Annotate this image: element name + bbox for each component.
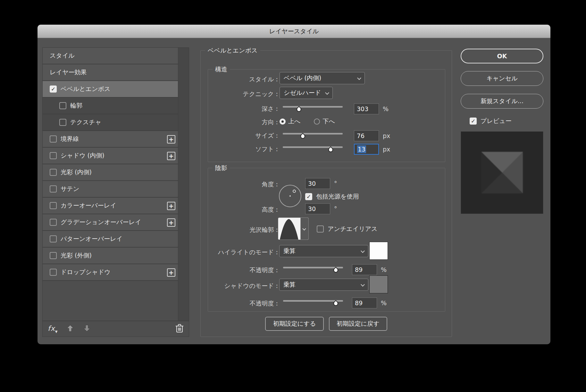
- move-effect-down-button[interactable]: [83, 324, 91, 334]
- add-color-overlay-instance-button[interactable]: +: [167, 202, 175, 210]
- add-stroke-instance-button[interactable]: +: [167, 135, 175, 143]
- panel-legend: ベベルとエンボス: [205, 46, 260, 55]
- sidebar-item-contour[interactable]: 輪郭: [43, 98, 178, 114]
- soften-unit: px: [383, 146, 390, 153]
- size-slider[interactable]: [283, 132, 343, 140]
- soften-input[interactable]: 13: [354, 144, 379, 155]
- sidebar-item-texture[interactable]: テクスチャ: [43, 114, 178, 131]
- make-default-button[interactable]: 初期設定にする: [265, 317, 323, 331]
- chevron-down-icon: [361, 249, 365, 253]
- sidebar-item-gradient-overlay[interactable]: グラデーションオーバーレイ+: [43, 214, 178, 231]
- size-unit: px: [383, 132, 390, 139]
- highlight-mode-value: 乗算: [283, 247, 296, 255]
- sidebar-item-pattern-overlay[interactable]: パターンオーバーレイ: [43, 231, 178, 248]
- sidebar-item-drop-shadow[interactable]: ドロップシャドウ+: [43, 264, 178, 281]
- direction-up-radio[interactable]: [280, 118, 286, 125]
- shading-group: 陰影 角度 : 30 ° ✓ 包括光源を使用 高度 :: [208, 168, 445, 312]
- chevron-down-icon: [325, 91, 329, 95]
- antialias-checkbox[interactable]: [317, 225, 324, 233]
- angle-input[interactable]: 30: [305, 178, 330, 189]
- add-inner-shadow-instance-button[interactable]: +: [167, 152, 175, 160]
- texture-checkbox[interactable]: [59, 119, 66, 126]
- soften-value: 13: [357, 145, 366, 153]
- preview-label: プレビュー: [481, 117, 512, 125]
- cancel-label: キャンセル: [486, 74, 517, 83]
- sidebar-item-satin[interactable]: サテン: [43, 181, 178, 198]
- ok-label: OK: [497, 53, 507, 60]
- size-input[interactable]: 76: [354, 130, 379, 141]
- outer-glow-checkbox[interactable]: [50, 252, 57, 259]
- soften-slider[interactable]: [283, 145, 343, 153]
- direction-down-radio[interactable]: [314, 118, 320, 125]
- color-overlay-checkbox[interactable]: [50, 202, 57, 209]
- highlight-opacity-input[interactable]: 89: [352, 264, 377, 275]
- preview-checkbox[interactable]: ✓: [470, 118, 477, 125]
- shadow-opacity-value: 89: [355, 299, 363, 306]
- sidebar-item-label: レイヤー効果: [50, 68, 87, 77]
- shadow-mode-value: 乗算: [283, 281, 296, 289]
- sidebar-item-styles[interactable]: スタイル: [43, 48, 178, 64]
- sidebar-item-outer-glow[interactable]: 光彩 (外側): [43, 248, 178, 264]
- dialog-title: レイヤースタイル: [269, 27, 319, 36]
- depth-unit: %: [383, 105, 389, 112]
- satin-checkbox[interactable]: [50, 185, 57, 192]
- gloss-contour-label: 光沢輪郭 :: [211, 226, 278, 234]
- add-gradient-overlay-instance-button[interactable]: +: [167, 218, 175, 227]
- contour-checkbox[interactable]: [59, 102, 66, 109]
- dialog-titlebar[interactable]: レイヤースタイル: [38, 25, 550, 38]
- sidebar-item-layer-effects[interactable]: レイヤー効果: [43, 64, 178, 81]
- style-select[interactable]: ベベル (内側): [280, 72, 365, 84]
- new-style-button[interactable]: 新規スタイル...: [461, 94, 543, 109]
- use-global-light-checkbox[interactable]: ✓: [305, 193, 312, 200]
- effects-list-scrollbar[interactable]: [178, 48, 189, 321]
- sidebar-item-inner-shadow[interactable]: シャドウ (内側)+: [43, 148, 178, 164]
- gradient-overlay-checkbox[interactable]: [50, 219, 57, 226]
- add-drop-shadow-instance-button[interactable]: +: [167, 268, 175, 277]
- shadow-mode-select[interactable]: 乗算: [279, 279, 368, 291]
- new-style-label: 新規スタイル...: [481, 97, 523, 105]
- depth-slider[interactable]: [283, 105, 343, 113]
- gloss-contour-picker[interactable]: [278, 217, 309, 240]
- sidebar-item-stroke[interactable]: 境界線+: [43, 131, 178, 148]
- style-select-value: ベベル (内側): [284, 74, 321, 82]
- sidebar-item-color-overlay[interactable]: カラーオーバーレイ+: [43, 198, 178, 214]
- sidebar-item-label: グラデーションオーバーレイ: [61, 218, 141, 226]
- bevel-preview-shape: [481, 152, 523, 193]
- opacity-shadow-label: 不透明度 :: [211, 299, 278, 308]
- shadow-color-swatch[interactable]: [369, 275, 388, 293]
- technique-select[interactable]: シゼルハード: [280, 87, 333, 99]
- stroke-checkbox[interactable]: [50, 135, 57, 143]
- depth-input[interactable]: 303: [354, 103, 379, 114]
- highlight-mode-select[interactable]: 乗算: [279, 245, 368, 257]
- contour-dropdown-strip[interactable]: [300, 218, 308, 240]
- reset-default-button[interactable]: 初期設定に戻す: [329, 317, 387, 331]
- style-label: スタイル :: [211, 75, 278, 84]
- angle-dial[interactable]: [279, 185, 301, 207]
- delete-effect-button[interactable]: [175, 324, 184, 334]
- shading-legend: 陰影: [213, 164, 230, 172]
- chevron-down-icon: [302, 227, 306, 230]
- fx-menu-button[interactable]: fx▼: [48, 324, 58, 333]
- move-effect-up-button[interactable]: [66, 324, 74, 334]
- highlight-opacity-slider[interactable]: [283, 265, 343, 274]
- drop-shadow-checkbox[interactable]: [50, 269, 57, 276]
- effects-list-toolbar: fx▼: [43, 321, 189, 337]
- highlight-color-swatch[interactable]: [369, 242, 388, 260]
- dial-center-dot: [289, 195, 291, 197]
- reset-default-label: 初期設定に戻す: [337, 320, 380, 328]
- shadow-opacity-slider[interactable]: [283, 299, 343, 307]
- sidebar-item-bevel-emboss[interactable]: ✓ベベルとエンボス: [43, 81, 178, 98]
- sidebar-item-label: 光彩 (内側): [61, 168, 92, 176]
- angle-value: 30: [308, 180, 316, 187]
- bevel-emboss-checkbox[interactable]: ✓: [50, 86, 57, 93]
- sidebar-item-inner-glow[interactable]: 光彩 (内側): [43, 164, 178, 181]
- chevron-down-icon: [361, 282, 365, 287]
- pattern-overlay-checkbox[interactable]: [50, 235, 57, 242]
- altitude-input[interactable]: 30: [305, 203, 330, 214]
- inner-shadow-checkbox[interactable]: [50, 152, 57, 159]
- direction-down-label: 下へ: [322, 117, 335, 126]
- cancel-button[interactable]: キャンセル: [461, 71, 543, 86]
- ok-button[interactable]: OK: [461, 49, 543, 63]
- shadow-opacity-input[interactable]: 89: [352, 298, 377, 308]
- inner-glow-checkbox[interactable]: [50, 169, 57, 176]
